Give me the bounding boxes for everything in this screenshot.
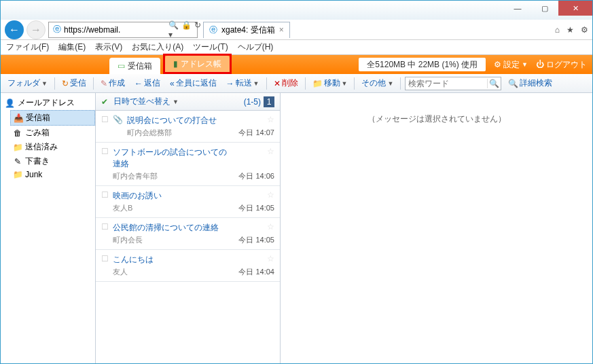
message-time: 今日 14:07 xyxy=(238,128,274,138)
home-icon[interactable]: ⌂ xyxy=(555,25,560,35)
search-input[interactable] xyxy=(406,79,487,88)
menu-help[interactable]: ヘルプ(H) xyxy=(238,41,274,53)
folder-item-4[interactable]: 📁Junk xyxy=(10,168,95,181)
url-input[interactable] xyxy=(64,25,166,35)
folder-button[interactable]: フォルダ▼ xyxy=(5,76,50,90)
refresh-icon[interactable]: ↻ xyxy=(194,20,201,39)
star-icon[interactable]: ☆ xyxy=(267,190,274,200)
checkbox[interactable]: ☐ xyxy=(101,147,109,181)
window-titlebar: — ▢ ✕ xyxy=(1,1,592,20)
message-row[interactable]: ☐映画のお誘い友人B☆今日 14:05 xyxy=(96,186,280,218)
message-subject: 映画のお誘い xyxy=(113,190,234,202)
settings-link[interactable]: ⚙ 設定 ▼ xyxy=(494,59,528,71)
checkbox[interactable]: ☐ xyxy=(101,222,109,245)
other-button[interactable]: その他▼ xyxy=(359,76,396,90)
delete-icon: ✕ xyxy=(274,79,281,88)
message-row[interactable]: ☐📎説明会についての打合せ町内会総務部☆今日 14:07 xyxy=(96,111,280,143)
message-subject: こんにちは xyxy=(113,254,234,266)
tab-address-book[interactable]: ▮ アドレス帳 xyxy=(165,56,230,72)
folder-icon: 🗑 xyxy=(13,128,22,138)
menu-file[interactable]: ファイル(F) xyxy=(6,41,49,53)
message-subject: 公民館の清掃についての連絡 xyxy=(113,222,234,234)
folder-sidebar: 👤 メールアドレス 📥受信箱🗑ごみ箱📁送信済み✎下書き📁Junk xyxy=(1,93,96,363)
checkbox[interactable]: ☐ xyxy=(101,115,109,138)
folder-icon: 📁 xyxy=(13,170,22,179)
message-row[interactable]: ☐公民館の清掃についての連絡町内会長☆今日 14:05 xyxy=(96,218,280,250)
tab-close-icon[interactable]: × xyxy=(279,25,284,35)
highlight-annotation: ▮ アドレス帳 xyxy=(163,54,232,74)
minimize-button[interactable]: — xyxy=(504,1,531,16)
back-button[interactable]: ← xyxy=(5,20,24,39)
message-list: ✔ 日時で並べ替え▼ (1-5) 1 ☐📎説明会についての打合せ町内会総務部☆今… xyxy=(96,93,281,363)
forward-button[interactable]: →転送▼ xyxy=(223,76,262,90)
folder-item-3[interactable]: ✎下書き xyxy=(10,154,95,168)
menu-view[interactable]: 表示(V) xyxy=(95,41,122,53)
account-title[interactable]: 👤 メールアドレス xyxy=(1,96,95,110)
message-time: 今日 14:06 xyxy=(238,171,274,181)
check-icon: ✔ xyxy=(101,97,108,107)
inbox-icon: ▭ xyxy=(118,61,125,71)
menu-edit[interactable]: 編集(E) xyxy=(58,41,86,53)
search-icon[interactable]: 🔍 xyxy=(487,79,501,88)
logout-link[interactable]: ⏻ ログアウト xyxy=(536,59,587,71)
app-header: ▭ 受信箱 ▮ アドレス帳 全5120MB 中 22MB (1%) 使用 ⚙ 設… xyxy=(1,55,592,74)
forward-icon: → xyxy=(226,79,234,88)
reply-all-button[interactable]: «全員に返信 xyxy=(167,76,219,90)
tools-icon[interactable]: ⚙ xyxy=(581,25,588,35)
message-time: 今日 14:05 xyxy=(238,203,274,213)
reply-button[interactable]: ←返信 xyxy=(132,76,163,90)
preview-empty-text: （メッセージは選択されていません） xyxy=(367,113,506,125)
checkbox[interactable]: ☐ xyxy=(101,254,109,277)
advanced-search-link[interactable]: 🔍詳細検索 xyxy=(505,76,555,90)
maximize-button[interactable]: ▢ xyxy=(531,1,558,16)
star-icon[interactable]: ☆ xyxy=(267,254,274,263)
user-icon: 👤 xyxy=(5,98,15,108)
search-icon[interactable]: 🔍▾ xyxy=(168,20,179,39)
move-button[interactable]: 📁移動▼ xyxy=(310,76,351,90)
folder-label: 下書き xyxy=(25,156,50,167)
favorites-icon[interactable]: ★ xyxy=(567,25,574,35)
star-icon[interactable]: ☆ xyxy=(267,147,274,156)
browser-menu-bar: ファイル(F) 編集(E) 表示(V) お気に入り(A) ツール(T) ヘルプ(… xyxy=(1,40,592,55)
compose-button[interactable]: ✎作成 xyxy=(98,76,128,90)
menu-tools[interactable]: ツール(T) xyxy=(193,41,228,53)
gear-icon: ⚙ xyxy=(494,60,501,69)
folder-label: Junk xyxy=(25,170,42,179)
tab-inbox[interactable]: ▭ 受信箱 xyxy=(109,58,160,74)
folder-item-0[interactable]: 📥受信箱 xyxy=(10,110,95,126)
refresh-icon: ↻ xyxy=(62,79,69,88)
sort-button[interactable]: 日時で並べ替え▼ xyxy=(111,94,181,109)
tab-title: xgate4: 受信箱 xyxy=(221,24,275,36)
menu-favorites[interactable]: お気に入り(A) xyxy=(132,41,183,53)
checkbox[interactable]: ☐ xyxy=(101,190,109,213)
message-from: 町内会長 xyxy=(113,235,234,245)
folder-label: 送信済み xyxy=(25,141,58,153)
folder-label: 受信箱 xyxy=(26,112,50,124)
search-box[interactable]: 🔍 xyxy=(405,77,501,90)
reply-icon: ← xyxy=(134,79,143,88)
close-button[interactable]: ✕ xyxy=(558,1,592,16)
attachment-icon: 📎 xyxy=(113,115,123,138)
url-bar[interactable]: ⓔ 🔍▾ 🔒 ↻ xyxy=(48,22,198,38)
message-row[interactable]: ☐ソフトボールの試合についての連絡町内会青年部☆今日 14:06 xyxy=(96,143,280,186)
folder-icon: 📁 xyxy=(312,79,323,88)
folder-item-2[interactable]: 📁送信済み xyxy=(10,140,95,154)
forward-button[interactable]: → xyxy=(26,20,46,39)
addressbook-icon: ▮ xyxy=(173,59,178,69)
browser-tab[interactable]: ⓔ xgate4: 受信箱 × xyxy=(203,22,290,38)
page-range: (1-5) xyxy=(244,97,261,107)
folder-item-1[interactable]: 🗑ごみ箱 xyxy=(10,126,95,140)
message-time: 今日 14:05 xyxy=(238,235,274,245)
message-row[interactable]: ☐こんにちは友人☆今日 14:04 xyxy=(96,250,280,282)
folder-icon: ✎ xyxy=(13,157,22,166)
delete-button[interactable]: ✕削除 xyxy=(271,76,301,90)
page-number[interactable]: 1 xyxy=(264,96,274,107)
power-icon: ⏻ xyxy=(536,60,544,69)
star-icon[interactable]: ☆ xyxy=(267,115,274,124)
message-from: 町内会総務部 xyxy=(127,128,234,138)
compose-icon: ✎ xyxy=(101,79,107,88)
receive-button[interactable]: ↻受信 xyxy=(59,76,89,90)
storage-indicator: 全5120MB 中 22MB (1%) 使用 xyxy=(359,58,486,71)
star-icon[interactable]: ☆ xyxy=(267,222,274,232)
message-time: 今日 14:04 xyxy=(238,267,274,277)
